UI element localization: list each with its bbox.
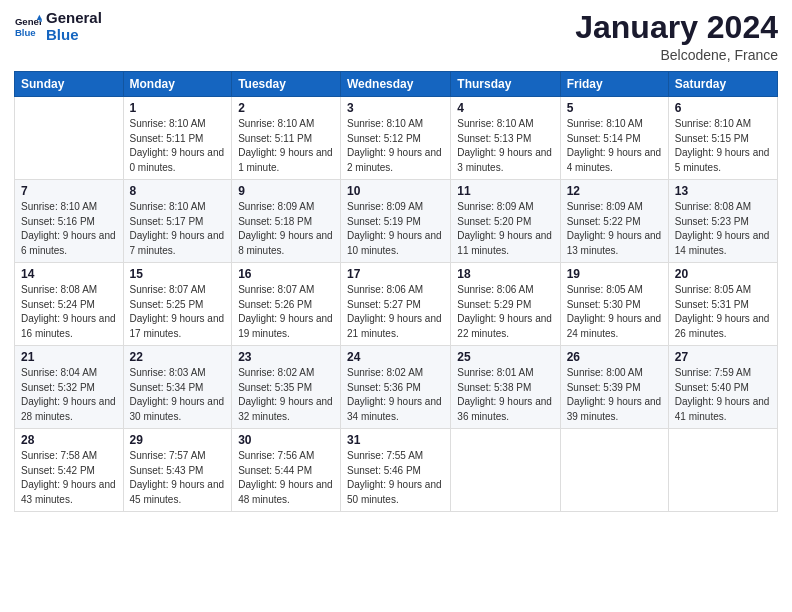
- day-info: Sunrise: 8:09 AMSunset: 5:18 PMDaylight:…: [238, 200, 334, 258]
- day-info: Sunrise: 8:10 AMSunset: 5:15 PMDaylight:…: [675, 117, 771, 175]
- table-row: 30Sunrise: 7:56 AMSunset: 5:44 PMDayligh…: [232, 429, 341, 512]
- table-row: [668, 429, 777, 512]
- day-info: Sunrise: 8:09 AMSunset: 5:19 PMDaylight:…: [347, 200, 444, 258]
- table-row: [15, 97, 124, 180]
- day-number: 12: [567, 184, 662, 198]
- table-row: 6Sunrise: 8:10 AMSunset: 5:15 PMDaylight…: [668, 97, 777, 180]
- day-info: Sunrise: 8:06 AMSunset: 5:29 PMDaylight:…: [457, 283, 553, 341]
- table-row: 23Sunrise: 8:02 AMSunset: 5:35 PMDayligh…: [232, 346, 341, 429]
- day-number: 22: [130, 350, 226, 364]
- col-sunday: Sunday: [15, 72, 124, 97]
- table-row: 15Sunrise: 8:07 AMSunset: 5:25 PMDayligh…: [123, 263, 232, 346]
- table-row: 5Sunrise: 8:10 AMSunset: 5:14 PMDaylight…: [560, 97, 668, 180]
- day-number: 3: [347, 101, 444, 115]
- table-row: 26Sunrise: 8:00 AMSunset: 5:39 PMDayligh…: [560, 346, 668, 429]
- day-info: Sunrise: 7:56 AMSunset: 5:44 PMDaylight:…: [238, 449, 334, 507]
- table-row: 8Sunrise: 8:10 AMSunset: 5:17 PMDaylight…: [123, 180, 232, 263]
- day-info: Sunrise: 8:04 AMSunset: 5:32 PMDaylight:…: [21, 366, 117, 424]
- day-number: 9: [238, 184, 334, 198]
- table-row: 2Sunrise: 8:10 AMSunset: 5:11 PMDaylight…: [232, 97, 341, 180]
- day-number: 18: [457, 267, 553, 281]
- day-number: 11: [457, 184, 553, 198]
- day-info: Sunrise: 8:09 AMSunset: 5:22 PMDaylight:…: [567, 200, 662, 258]
- day-number: 4: [457, 101, 553, 115]
- generalblue-logo-icon: General Blue: [14, 13, 42, 41]
- day-info: Sunrise: 8:02 AMSunset: 5:36 PMDaylight:…: [347, 366, 444, 424]
- col-wednesday: Wednesday: [341, 72, 451, 97]
- day-info: Sunrise: 8:10 AMSunset: 5:12 PMDaylight:…: [347, 117, 444, 175]
- day-info: Sunrise: 8:09 AMSunset: 5:20 PMDaylight:…: [457, 200, 553, 258]
- day-info: Sunrise: 8:08 AMSunset: 5:24 PMDaylight:…: [21, 283, 117, 341]
- title-area: January 2024 Belcodene, France: [575, 10, 778, 63]
- day-number: 7: [21, 184, 117, 198]
- svg-text:Blue: Blue: [15, 26, 36, 37]
- calendar-week-row: 28Sunrise: 7:58 AMSunset: 5:42 PMDayligh…: [15, 429, 778, 512]
- day-number: 19: [567, 267, 662, 281]
- table-row: 7Sunrise: 8:10 AMSunset: 5:16 PMDaylight…: [15, 180, 124, 263]
- day-info: Sunrise: 8:07 AMSunset: 5:26 PMDaylight:…: [238, 283, 334, 341]
- day-number: 21: [21, 350, 117, 364]
- day-info: Sunrise: 8:02 AMSunset: 5:35 PMDaylight:…: [238, 366, 334, 424]
- month-title: January 2024: [575, 10, 778, 45]
- table-row: 3Sunrise: 8:10 AMSunset: 5:12 PMDaylight…: [341, 97, 451, 180]
- day-number: 29: [130, 433, 226, 447]
- day-info: Sunrise: 8:07 AMSunset: 5:25 PMDaylight:…: [130, 283, 226, 341]
- day-number: 25: [457, 350, 553, 364]
- day-number: 2: [238, 101, 334, 115]
- logo-line1: General: [46, 10, 102, 27]
- table-row: 31Sunrise: 7:55 AMSunset: 5:46 PMDayligh…: [341, 429, 451, 512]
- day-info: Sunrise: 8:05 AMSunset: 5:30 PMDaylight:…: [567, 283, 662, 341]
- day-info: Sunrise: 8:08 AMSunset: 5:23 PMDaylight:…: [675, 200, 771, 258]
- calendar-header-row: Sunday Monday Tuesday Wednesday Thursday…: [15, 72, 778, 97]
- page: General Blue General Blue January 2024 B…: [0, 0, 792, 612]
- table-row: [560, 429, 668, 512]
- table-row: 4Sunrise: 8:10 AMSunset: 5:13 PMDaylight…: [451, 97, 560, 180]
- col-tuesday: Tuesday: [232, 72, 341, 97]
- day-number: 23: [238, 350, 334, 364]
- day-info: Sunrise: 8:00 AMSunset: 5:39 PMDaylight:…: [567, 366, 662, 424]
- day-info: Sunrise: 8:10 AMSunset: 5:17 PMDaylight:…: [130, 200, 226, 258]
- day-number: 10: [347, 184, 444, 198]
- day-info: Sunrise: 8:10 AMSunset: 5:13 PMDaylight:…: [457, 117, 553, 175]
- day-number: 1: [130, 101, 226, 115]
- day-info: Sunrise: 7:55 AMSunset: 5:46 PMDaylight:…: [347, 449, 444, 507]
- location: Belcodene, France: [575, 47, 778, 63]
- day-number: 14: [21, 267, 117, 281]
- day-number: 5: [567, 101, 662, 115]
- day-info: Sunrise: 8:03 AMSunset: 5:34 PMDaylight:…: [130, 366, 226, 424]
- day-info: Sunrise: 8:05 AMSunset: 5:31 PMDaylight:…: [675, 283, 771, 341]
- table-row: 22Sunrise: 8:03 AMSunset: 5:34 PMDayligh…: [123, 346, 232, 429]
- day-number: 28: [21, 433, 117, 447]
- day-number: 15: [130, 267, 226, 281]
- col-friday: Friday: [560, 72, 668, 97]
- day-number: 13: [675, 184, 771, 198]
- table-row: 12Sunrise: 8:09 AMSunset: 5:22 PMDayligh…: [560, 180, 668, 263]
- day-number: 6: [675, 101, 771, 115]
- table-row: 20Sunrise: 8:05 AMSunset: 5:31 PMDayligh…: [668, 263, 777, 346]
- table-row: 24Sunrise: 8:02 AMSunset: 5:36 PMDayligh…: [341, 346, 451, 429]
- day-number: 31: [347, 433, 444, 447]
- day-info: Sunrise: 7:57 AMSunset: 5:43 PMDaylight:…: [130, 449, 226, 507]
- table-row: 25Sunrise: 8:01 AMSunset: 5:38 PMDayligh…: [451, 346, 560, 429]
- day-number: 26: [567, 350, 662, 364]
- table-row: 10Sunrise: 8:09 AMSunset: 5:19 PMDayligh…: [341, 180, 451, 263]
- day-number: 16: [238, 267, 334, 281]
- day-info: Sunrise: 7:59 AMSunset: 5:40 PMDaylight:…: [675, 366, 771, 424]
- table-row: 18Sunrise: 8:06 AMSunset: 5:29 PMDayligh…: [451, 263, 560, 346]
- logo: General Blue General Blue: [14, 10, 102, 43]
- day-info: Sunrise: 8:10 AMSunset: 5:11 PMDaylight:…: [130, 117, 226, 175]
- col-saturday: Saturday: [668, 72, 777, 97]
- day-number: 20: [675, 267, 771, 281]
- table-row: 29Sunrise: 7:57 AMSunset: 5:43 PMDayligh…: [123, 429, 232, 512]
- header: General Blue General Blue January 2024 B…: [14, 10, 778, 63]
- table-row: 9Sunrise: 8:09 AMSunset: 5:18 PMDaylight…: [232, 180, 341, 263]
- table-row: 17Sunrise: 8:06 AMSunset: 5:27 PMDayligh…: [341, 263, 451, 346]
- table-row: 19Sunrise: 8:05 AMSunset: 5:30 PMDayligh…: [560, 263, 668, 346]
- table-row: 14Sunrise: 8:08 AMSunset: 5:24 PMDayligh…: [15, 263, 124, 346]
- col-monday: Monday: [123, 72, 232, 97]
- calendar-week-row: 14Sunrise: 8:08 AMSunset: 5:24 PMDayligh…: [15, 263, 778, 346]
- col-thursday: Thursday: [451, 72, 560, 97]
- calendar-week-row: 7Sunrise: 8:10 AMSunset: 5:16 PMDaylight…: [15, 180, 778, 263]
- calendar-week-row: 1Sunrise: 8:10 AMSunset: 5:11 PMDaylight…: [15, 97, 778, 180]
- day-number: 27: [675, 350, 771, 364]
